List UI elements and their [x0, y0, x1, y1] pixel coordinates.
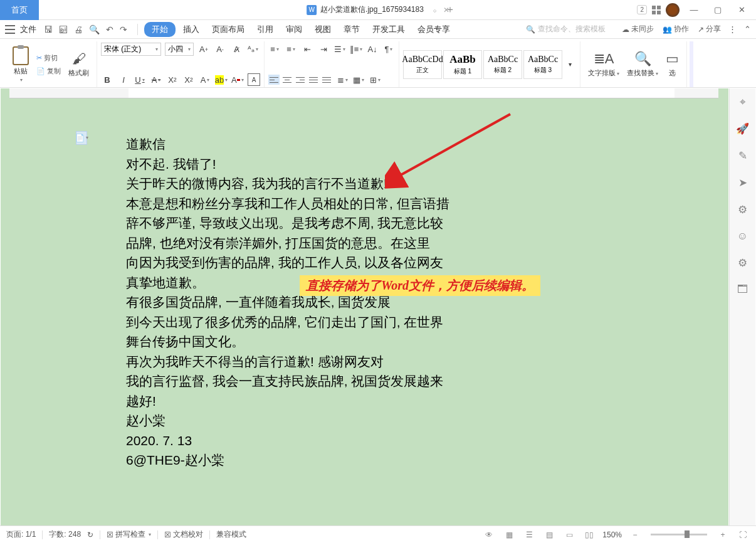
show-marks-button[interactable]: ¶▾: [382, 43, 395, 55]
doc-line[interactable]: 赵小棠: [126, 411, 602, 431]
reading-mode-icon[interactable]: 👁: [482, 529, 496, 540]
doc-line[interactable]: 品牌, 也绝对没有崇洋媚外, 打压国货的意思。在这里: [126, 233, 602, 253]
decrease-font-icon[interactable]: A-: [214, 43, 226, 56]
fit-page-icon[interactable]: ⛶: [736, 529, 750, 540]
tab-insert[interactable]: 插入: [178, 21, 204, 38]
command-search[interactable]: 🔍 查找命令、搜索模板: [526, 24, 606, 34]
text-direction-button[interactable]: ☰▾: [333, 43, 346, 55]
rocket-icon[interactable]: 🚀: [736, 122, 749, 135]
more-menu-icon[interactable]: ⋮: [728, 24, 737, 34]
align-right-button[interactable]: [295, 75, 306, 85]
minimize-button[interactable]: —: [685, 3, 703, 17]
gear-icon[interactable]: ⚙: [738, 256, 747, 270]
text-effect-button[interactable]: A▾: [199, 73, 211, 86]
doc-line[interactable]: 道歉信: [126, 134, 602, 154]
doc-line[interactable]: 再次为我昨天不得当的言行道歉! 感谢网友对: [126, 352, 602, 372]
new-tab-button[interactable]: ＋: [445, 3, 455, 16]
doc-line[interactable]: 对不起. 我错了!: [126, 154, 602, 174]
tab-start[interactable]: 开始: [144, 22, 176, 37]
outline-view-icon[interactable]: ☰: [522, 529, 536, 540]
find-replace-button[interactable]: 🔍 查找替换▾: [623, 51, 662, 78]
file-menu[interactable]: 文件: [20, 24, 36, 35]
tab-sections[interactable]: 章节: [339, 21, 365, 38]
zoom-out-button[interactable]: −: [628, 529, 642, 540]
increase-font-icon[interactable]: A+: [197, 43, 210, 56]
tab-review[interactable]: 审阅: [281, 21, 307, 38]
align-distribute-button[interactable]: [321, 75, 332, 85]
tab-dev-tools[interactable]: 开发工具: [367, 21, 410, 38]
print-layout-icon[interactable]: ▦: [502, 529, 516, 540]
align-center-button[interactable]: [281, 75, 293, 85]
text-layout-button[interactable]: ≣A 文字排版▾: [584, 51, 623, 78]
increase-indent-button[interactable]: ⇥: [317, 43, 330, 55]
doc-line[interactable]: 越好!: [126, 391, 602, 411]
tab-references[interactable]: 引用: [252, 21, 278, 38]
collapse-ribbon-icon[interactable]: ⌃: [744, 24, 751, 34]
print-icon[interactable]: 🖨: [74, 24, 83, 34]
doc-line[interactable]: 关于昨天的微博内容, 我为我的言行不当道歉!: [126, 174, 602, 194]
align-left-button[interactable]: [268, 75, 280, 85]
share-button[interactable]: ↗分享: [698, 24, 721, 34]
paste-button[interactable]: 粘贴▾: [9, 46, 33, 83]
character-border-button[interactable]: A: [248, 73, 260, 86]
bold-button[interactable]: B: [101, 73, 113, 86]
pin-icon[interactable]: ⬦: [433, 6, 437, 14]
page-icon[interactable]: 🗔: [737, 283, 748, 296]
page-break-marker[interactable]: 📄▾: [76, 131, 87, 145]
unsync-button[interactable]: ☁未同步: [622, 24, 654, 34]
collab-button[interactable]: 👥协作: [663, 24, 689, 34]
tab-member[interactable]: 会员专享: [412, 21, 455, 38]
document-tab[interactable]: W 赵小棠道歉信.jpg_1675934183 ⬦ ✕: [307, 4, 449, 15]
doc-line[interactable]: 本意是想和粉丝分享我和工作人员相处的日常, 但言语措: [126, 194, 602, 214]
word-count[interactable]: 字数: 248: [49, 529, 81, 540]
italic-button[interactable]: I: [117, 73, 130, 86]
settings-sliders-icon[interactable]: ⚙: [738, 203, 747, 216]
home-tab[interactable]: 首页: [0, 0, 39, 20]
horizontal-ruler[interactable]: [9, 88, 718, 98]
zoom-slider[interactable]: [651, 534, 707, 535]
save-icon[interactable]: 🖫: [44, 24, 53, 34]
indent-settings-button[interactable]: ≣▾: [336, 73, 349, 86]
tab-page-layout[interactable]: 页面布局: [207, 21, 249, 38]
close-window-button[interactable]: ✕: [732, 3, 751, 17]
format-painter-button[interactable]: 🖌 格式刷: [65, 51, 93, 78]
save-as-icon[interactable]: 🗟: [59, 24, 68, 34]
web-layout-icon[interactable]: ▤: [542, 529, 556, 540]
cursor-icon[interactable]: ➤: [738, 176, 747, 189]
pen-icon[interactable]: ✎: [738, 149, 747, 162]
style-heading2[interactable]: AaBbCc标题 2: [483, 50, 522, 79]
zoom-thumb[interactable]: [685, 530, 690, 538]
apps-grid-icon[interactable]: [652, 6, 661, 14]
copy-button[interactable]: 📄复制: [36, 66, 61, 76]
doc-line[interactable]: 到今天出现了很多优秀的品牌, 它们走出了国门, 在世界: [126, 312, 602, 332]
print-preview-icon[interactable]: 🔍: [89, 24, 100, 34]
ribbon-expand-handle[interactable]: [690, 41, 693, 87]
hamburger-icon[interactable]: [5, 25, 15, 34]
toolbox-icon[interactable]: ⌖: [740, 96, 746, 108]
numbering-button[interactable]: ≡▾: [285, 43, 297, 55]
superscript-button[interactable]: X2: [166, 73, 179, 86]
subscript-button[interactable]: X2: [182, 73, 195, 86]
zoom-in-button[interactable]: +: [716, 529, 730, 540]
page-indicator[interactable]: 页面: 1/1: [6, 529, 36, 540]
user-avatar[interactable]: [666, 3, 680, 17]
cut-button[interactable]: ✂剪切: [36, 53, 61, 63]
document-page[interactable]: 📄▾ 道歉信 对不起. 我错了! 关于昨天的微博内容, 我为我的言行不当道歉! …: [9, 100, 718, 525]
tab-view[interactable]: 视图: [310, 21, 336, 38]
font-name-select[interactable]: 宋体 (正文)▾: [101, 43, 161, 56]
borders-button[interactable]: ⊞▾: [369, 73, 381, 86]
style-heading1[interactable]: AaBb标题 1: [443, 50, 482, 79]
doc-line[interactable]: 辞不够严谨, 导致歧义出现。是我考虑不周, 我无意比较: [126, 213, 602, 233]
doc-line[interactable]: 6@THE9-赵小棠: [126, 450, 602, 470]
maximize-button[interactable]: ▢: [708, 3, 727, 17]
fullscreen-icon[interactable]: ▭: [562, 529, 576, 540]
spellcheck-toggle[interactable]: ☒拼写检查▾: [107, 529, 151, 540]
doc-line[interactable]: 2020. 7. 13: [126, 431, 602, 451]
font-size-select[interactable]: 小四▾: [165, 43, 194, 56]
proofread-toggle[interactable]: ☒文档校对: [164, 529, 203, 540]
select-button[interactable]: ▭ 选: [662, 51, 683, 78]
bullets-button[interactable]: ≡▾: [268, 43, 281, 55]
side-by-side-icon[interactable]: ▯▯: [582, 529, 596, 540]
compat-mode[interactable]: 兼容模式: [216, 529, 246, 540]
shading-button[interactable]: ▦▾: [352, 73, 365, 86]
